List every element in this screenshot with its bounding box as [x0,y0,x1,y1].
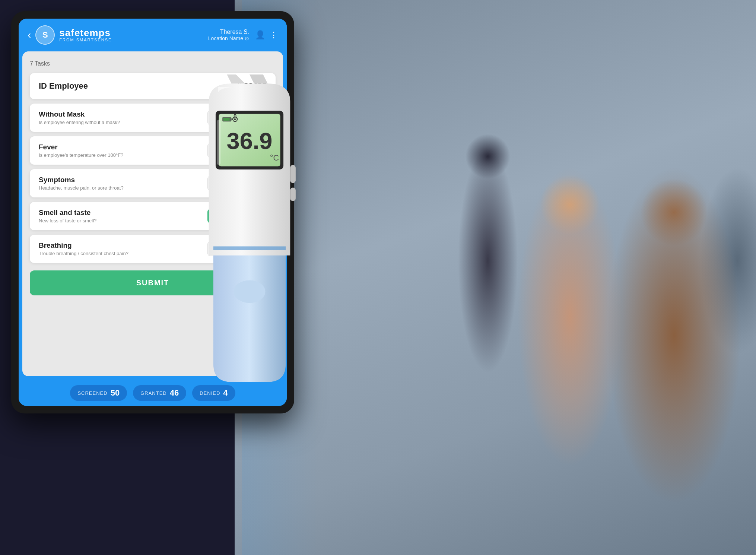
svg-rect-10 [290,165,296,183]
question-title-breathing: Breathing [39,241,207,250]
app-title: safetemps [59,28,112,38]
stat-granted: GRANTED 46 [133,385,186,401]
svg-text:36.9: 36.9 [227,128,273,154]
header-icons: 👤 ⋮ [255,30,278,40]
stat-screened-value: 50 [111,388,120,398]
svg-rect-13 [217,120,221,165]
question-title-symptoms: Symptoms [39,176,207,184]
user-info: Theresa S. Location Name ⊙ [208,29,249,41]
logo-icon: S [35,25,55,45]
logo-letter: S [42,30,48,40]
user-name: Theresa S. [208,29,249,35]
question-subtitle-fever: Is employee's temperature over 100°F? [39,152,207,158]
question-text-without-mask: Without Mask Is employee entering withou… [39,110,207,125]
thermometer-svg: 36.9 °C [186,74,313,391]
user-location: Location Name ⊙ [208,35,249,41]
svg-point-9 [234,280,266,303]
logo-text-block: safetemps FROM SMARTSENSE [59,28,112,42]
app-header: ‹ S safetemps FROM SMARTSENSE Theresa S.… [19,19,287,51]
stat-screened: SCREENED 50 [70,385,127,401]
tasks-count-label: 7 Tasks [30,60,276,67]
svg-rect-12 [213,246,286,250]
location-name: Location Name [208,35,243,41]
question-title-fever: Fever [39,143,207,151]
svg-text:°C: °C [270,153,279,162]
back-button[interactable]: ‹ [28,29,31,41]
header-left: ‹ S safetemps FROM SMARTSENSE [28,25,112,45]
question-title-without-mask: Without Mask [39,110,207,118]
question-subtitle-without-mask: Is employee entering without a mask? [39,120,207,125]
question-text-symptoms: Symptoms Headache, muscle pain, or sore … [39,176,207,191]
stat-granted-label: GRANTED [140,390,167,396]
question-subtitle-breathing: Trouble breathing / consistent chest pai… [39,251,207,256]
bg-overlay [242,0,756,555]
stat-screened-label: SCREENED [77,390,107,396]
app-subtitle: FROM SMARTSENSE [59,38,112,42]
stat-granted-value: 46 [170,388,179,398]
thermometer-device: 36.9 °C [186,74,313,343]
question-title-smell-taste: Smell and taste [39,209,207,217]
id-employee-label: ID Employee [39,81,88,91]
header-right: Theresa S. Location Name ⊙ 👤 ⋮ [208,29,278,41]
user-profile-icon[interactable]: 👤 [255,30,265,40]
question-text-smell-taste: Smell and taste New loss of taste or sme… [39,209,207,223]
svg-rect-4 [223,118,230,121]
question-subtitle-smell-taste: New loss of taste or smell? [39,218,207,223]
more-options-icon[interactable]: ⋮ [270,30,278,40]
location-icon: ⊙ [245,35,249,41]
question-subtitle-symptoms: Headache, muscle pain, or sore throat? [39,185,207,191]
question-text-breathing: Breathing Trouble breathing / consistent… [39,241,207,256]
svg-rect-11 [290,188,296,201]
question-text-fever: Fever Is employee's temperature over 100… [39,143,207,158]
